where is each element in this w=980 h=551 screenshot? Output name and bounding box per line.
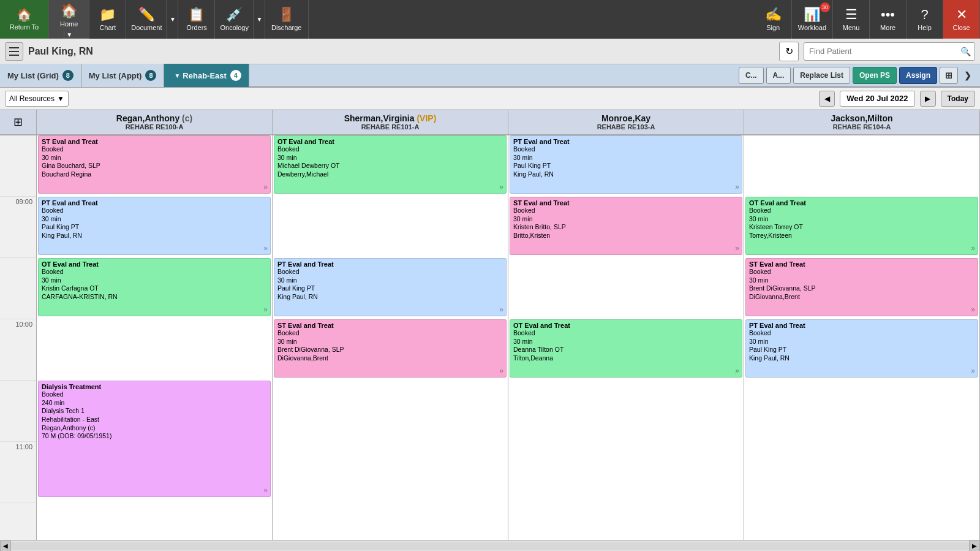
col-header-0: Regan,Anthony (c) REHABE RE100-A <box>37 110 273 134</box>
main-grid: ⊞ Regan,Anthony (c) REHABE RE100-A Sherm… <box>0 110 980 540</box>
time-slot-5: 11:00 <box>0 442 36 503</box>
orders-button[interactable]: 📋 Orders <box>178 0 215 39</box>
oncology-button[interactable]: 💉 Oncology <box>215 0 253 39</box>
return-icon: 🏠 <box>17 7 32 22</box>
discharge-label: Discharge <box>271 24 302 31</box>
tab-my-list-appt[interactable]: My List (Appt) 8 <box>81 64 165 87</box>
date-display: Wed 20 Jul 2022 <box>840 91 914 107</box>
hamburger-menu[interactable] <box>5 42 23 61</box>
scroll-right-button[interactable]: ▶ <box>969 541 980 552</box>
today-button[interactable]: Today <box>941 91 975 107</box>
workload-button[interactable]: 📊 Workload 30 <box>792 0 833 39</box>
scroll-left-button[interactable]: ◀ <box>0 541 11 552</box>
search-icon: 🔍 <box>957 47 974 56</box>
replace-list-button[interactable]: Replace List <box>793 67 850 84</box>
menu-label: Menu <box>843 24 860 31</box>
time-slot-0 <box>0 135 36 197</box>
scroll-track[interactable] <box>11 542 969 550</box>
apt-card-0[interactable]: ST Eval and TreatBooked30 minGina Boucha… <box>38 135 271 194</box>
grid-col-2: PT Eval and TreatBooked30 minPaul King P… <box>508 135 744 540</box>
workload-icon: 📊 <box>804 7 820 23</box>
document-dropdown-arrow[interactable]: ▼ <box>167 0 178 39</box>
vip-label-1: (VIP) <box>417 113 436 123</box>
document-icon: ✏️ <box>138 7 155 23</box>
document-label: Document <box>131 24 162 31</box>
col-header-2: Monroe,Kay REHABE RE103-A <box>508 110 744 134</box>
apt-card-9[interactable]: ST Eval and TreatBooked30 minBrent DiGio… <box>274 319 507 378</box>
tab-arrow-icon: ▼ <box>174 72 180 79</box>
oncology-label: Oncology <box>220 24 248 31</box>
apt-card-7[interactable]: PT Eval and TreatBooked30 minPaul King P… <box>274 258 507 316</box>
grid-body: 09:00 10:00 11:00 ST Eval and TreatBooke… <box>0 135 980 540</box>
tab-my-list-appt-badge: 8 <box>145 70 156 81</box>
more-label: More <box>880 24 895 31</box>
oncology-dropdown-arrow[interactable]: ▼ <box>254 0 265 39</box>
open-ps-button[interactable]: Open PS <box>853 67 897 84</box>
c-button[interactable]: C... <box>739 67 764 84</box>
apt-card-10[interactable]: OT Eval and TreatBooked30 minDeanna Tilt… <box>510 319 742 378</box>
home-button[interactable]: 🏠 Home <box>55 1 83 30</box>
close-icon: ✕ <box>956 7 967 23</box>
apt-card-1[interactable]: OT Eval and TreatBooked30 minMichael Dew… <box>274 135 507 194</box>
chart-button[interactable]: 📁 Chart <box>89 0 126 39</box>
apt-card-6[interactable]: OT Eval and TreatBooked30 minKristin Car… <box>38 258 271 316</box>
tab-rehab-east[interactable]: ▼ Rehab-East 4 <box>164 64 249 87</box>
return-to-button[interactable]: 🏠 Return To <box>0 0 49 39</box>
tab-my-list-grid-badge: 8 <box>62 70 74 81</box>
apt-card-3[interactable]: PT Eval and TreatBooked30 minPaul King P… <box>38 197 271 255</box>
apt-card-4[interactable]: ST Eval and TreatBooked30 minKristen Bri… <box>510 197 742 255</box>
apt-card-8[interactable]: ST Eval and TreatBooked30 minBrent DiGio… <box>745 258 978 316</box>
apt-card-12[interactable]: Dialysis TreatmentBooked240 minDialysis … <box>38 381 271 497</box>
grid-icon: ⊞ <box>13 115 23 129</box>
apt-card-5[interactable]: OT Eval and TreatBooked30 minKristeen To… <box>745 197 978 255</box>
orders-icon: 📋 <box>188 7 205 23</box>
resource-select[interactable]: All Resources ▼ <box>5 91 69 107</box>
chart-label: Chart <box>99 24 116 31</box>
tab-my-list-grid-label: My List (Grid) <box>7 71 59 80</box>
workload-label: Workload <box>798 24 826 31</box>
assign-button[interactable]: Assign <box>899 67 937 84</box>
patient-name-3: Jackson,Milton <box>749 113 974 123</box>
apt-card-2[interactable]: PT Eval and TreatBooked30 minPaul King P… <box>510 135 742 194</box>
room-2: REHABE RE103-A <box>513 123 739 131</box>
menu-button[interactable]: ☰ Menu <box>833 0 870 39</box>
room-3: REHABE RE104-A <box>749 123 974 131</box>
cal-prev-button[interactable]: ◀ <box>819 91 835 107</box>
patient-name-2: Monroe,Kay <box>513 113 739 123</box>
oncology-button-container: 💉 Oncology ▼ <box>215 0 265 39</box>
refresh-button[interactable]: ↻ <box>779 42 799 61</box>
grid-col-1: OT Eval and TreatBooked30 minMichael Dew… <box>273 135 508 540</box>
discharge-icon: 🚪 <box>278 7 295 23</box>
help-button[interactable]: ? Help <box>907 0 943 39</box>
cal-next-button[interactable]: ▶ <box>920 91 936 107</box>
room-0: REHABE RE100-A <box>42 123 267 131</box>
menu-icon: ☰ <box>845 7 858 23</box>
calendar-controls: All Resources ▼ ◀ Wed 20 Jul 2022 ▶ Toda… <box>0 88 980 110</box>
time-slot-3: 10:00 <box>0 319 36 381</box>
grid-view-button[interactable]: ⊞ <box>940 67 958 84</box>
document-button[interactable]: ✏️ Document <box>126 0 167 39</box>
toolbar: 🏠 Return To 🏠 Home ▼ 📁 Chart ✏️ Document… <box>0 0 980 39</box>
close-button[interactable]: ✕ Close <box>943 0 980 39</box>
tab-scroll-right[interactable]: ❯ <box>960 68 975 83</box>
room-1: REHABE RE101-A <box>277 123 503 131</box>
apt-card-11[interactable]: PT Eval and TreatBooked30 minPaul King P… <box>745 319 978 378</box>
grid-col-3: OT Eval and TreatBooked30 minKristeen To… <box>744 135 980 540</box>
patient-name-0: Regan,Anthony (c) <box>42 113 267 123</box>
search-input[interactable] <box>804 47 957 56</box>
return-to-label: Return To <box>10 23 39 31</box>
more-button[interactable]: ••• More <box>870 0 907 39</box>
sign-button[interactable]: ✍️ Sign <box>755 0 792 39</box>
home-button-container: 🏠 Home ▼ <box>49 0 89 39</box>
chart-icon: 📁 <box>99 7 116 23</box>
a-button[interactable]: A... <box>766 67 791 84</box>
grid-col-0: ST Eval and TreatBooked30 minGina Boucha… <box>37 135 273 540</box>
time-slot-2 <box>0 258 36 319</box>
resource-select-label: All Resources <box>9 94 55 103</box>
home-dropdown-arrow[interactable]: ▼ <box>64 31 75 38</box>
user-name: Paul King, RN <box>28 46 774 57</box>
tab-my-list-grid[interactable]: My List (Grid) 8 <box>0 64 81 87</box>
discharge-button[interactable]: 🚪 Discharge <box>265 0 309 39</box>
close-label: Close <box>952 24 970 31</box>
more-icon: ••• <box>881 7 895 23</box>
